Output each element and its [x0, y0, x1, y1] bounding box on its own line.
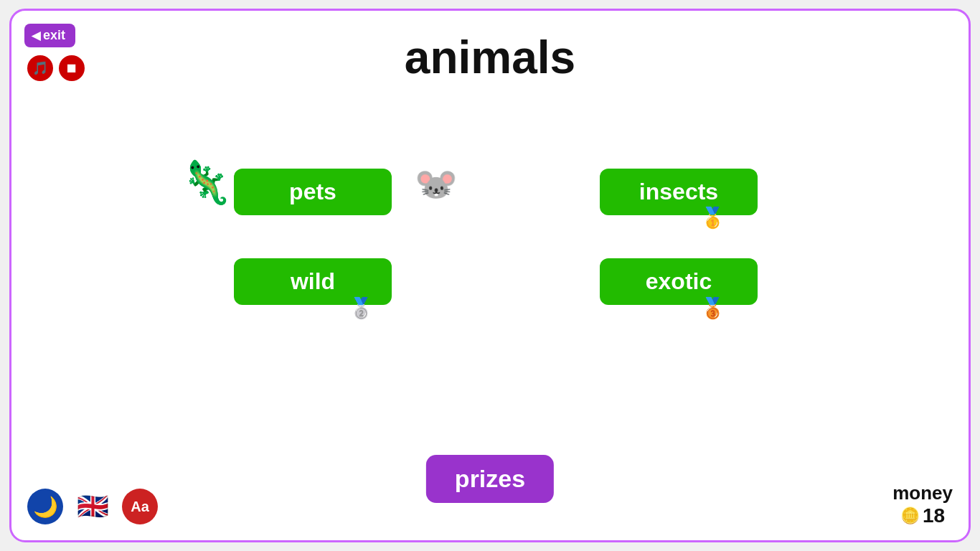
- exotic-button[interactable]: exotic: [600, 258, 758, 305]
- wild-medal: 🥈: [349, 296, 374, 320]
- bottom-icon-bar: 🌙 🇬🇧 Aa: [27, 489, 158, 524]
- page-title: animals: [11, 31, 969, 84]
- language-flag-button[interactable]: 🇬🇧: [75, 489, 110, 524]
- dark-mode-button[interactable]: 🌙: [27, 489, 63, 524]
- prizes-button[interactable]: prizes: [426, 455, 554, 503]
- pets-button[interactable]: pets: [234, 169, 392, 215]
- money-display: money 🪙 18: [892, 482, 953, 527]
- font-button[interactable]: Aa: [122, 489, 158, 524]
- exotic-medal: 🥉: [700, 296, 725, 320]
- money-count: 🪙 18: [900, 504, 945, 527]
- coin-icon: 🪙: [900, 507, 920, 525]
- money-amount: 18: [923, 504, 945, 527]
- money-label: money: [892, 482, 953, 504]
- lizard-image: 🦎: [180, 161, 232, 203]
- insects-medal: 🥇: [700, 206, 725, 230]
- mouse-image: 🐭: [415, 167, 458, 202]
- insects-button[interactable]: insects: [600, 169, 758, 215]
- main-container: ◀ exit 🎵 ⏹ animals 🦎 🐭 pets wild 🥈 insec…: [9, 9, 971, 542]
